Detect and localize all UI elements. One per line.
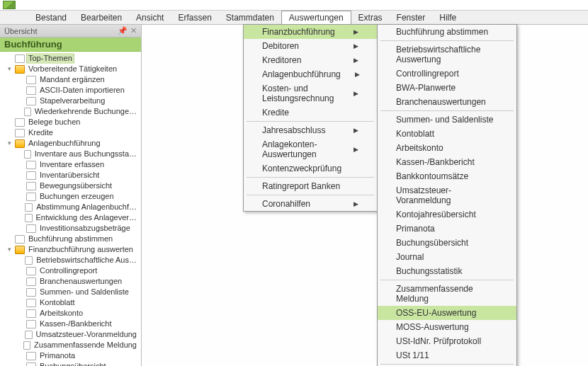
- menu-item-label: Kontojahresübersicht: [396, 210, 476, 219]
- submenu-item[interactable]: Buchungsstatistik: [378, 264, 516, 278]
- tree-item[interactable]: Belege buchen: [3, 117, 141, 127]
- submenu-item[interactable]: Buchungsübersicht: [378, 236, 516, 250]
- submenu-item[interactable]: Controllingreport: [378, 67, 516, 81]
- tree-item-label: Belege buchen: [27, 117, 81, 127]
- page-icon: [26, 171, 36, 180]
- menu-item[interactable]: Kredite: [244, 105, 377, 120]
- submenu-item[interactable]: Journal: [378, 250, 516, 264]
- menu-item-label: Primanota: [396, 224, 435, 234]
- tree-item[interactable]: Inventare aus Buchungssta…: [3, 149, 141, 159]
- tree-item[interactable]: Primanota: [3, 350, 141, 361]
- tree-item[interactable]: ASCII-Daten importieren: [3, 85, 141, 96]
- menu-item[interactable]: Kontenzweckprüfung: [244, 161, 377, 176]
- tree-item[interactable]: Abstimmung Anlagenbuchf…: [3, 202, 141, 212]
- tree-item-label: Stapelverarbeitung: [38, 96, 106, 106]
- submenu-item[interactable]: Arbeitskonto: [378, 141, 516, 155]
- menu-erfassen[interactable]: Erfassen: [171, 11, 218, 24]
- menu-ansicht[interactable]: Ansicht: [129, 11, 171, 24]
- tree-item[interactable]: Inventarübersicht: [3, 170, 141, 181]
- tree-item[interactable]: Summen- und Saldenliste: [3, 287, 141, 297]
- menu-item[interactable]: Jahresabschluss▶: [244, 123, 377, 137]
- tree-item[interactable]: Kassen-/Bankbericht: [3, 319, 141, 329]
- menu-item[interactable]: Debitoren▶: [244, 39, 377, 53]
- tree-item[interactable]: Stapelverarbeitung: [3, 96, 141, 106]
- tree-item[interactable]: Kontoblatt: [3, 297, 141, 308]
- tree-item-label: Kassen-/Bankbericht: [38, 319, 113, 329]
- page-icon: [26, 278, 36, 286]
- chevron-right-icon: ▶: [354, 28, 358, 35]
- tree-item[interactable]: Mandant ergänzen: [3, 74, 141, 85]
- tree-item[interactable]: Umsatzsteuer-Voranmeldung: [3, 329, 141, 340]
- menu-item-label: Buchführung abstimmen: [396, 27, 488, 37]
- menu-extras[interactable]: Extras: [351, 11, 390, 24]
- submenu-item[interactable]: BWA-Planwerte: [378, 81, 516, 95]
- page-icon: [15, 118, 25, 127]
- submenu-item[interactable]: USt 1/11: [378, 348, 516, 362]
- submenu-item[interactable]: Summen- und Saldenliste: [378, 113, 516, 127]
- menu-separator: [380, 110, 514, 111]
- tree-item[interactable]: Betriebswirtschaftliche Aus…: [3, 255, 141, 265]
- tree-item[interactable]: Buchungen erzeugen: [3, 191, 141, 202]
- tree-item[interactable]: ▾Vorbereitende Tätigkeiten: [3, 64, 141, 74]
- submenu-item[interactable]: Kontoblatt: [378, 127, 516, 141]
- submenu-item[interactable]: Umsatzsteuer-Voranmeldung: [378, 183, 516, 207]
- submenu-item[interactable]: USt-IdNr. Prüfprotokoll: [378, 334, 516, 348]
- menu-item[interactable]: Anlagenbuchführung▶: [244, 67, 377, 81]
- close-icon[interactable]: ✕: [130, 26, 137, 35]
- menu-stammdaten[interactable]: Stammdaten: [219, 11, 281, 24]
- expand-icon[interactable]: ▾: [6, 64, 13, 74]
- tree-item[interactable]: Branchenauswertungen: [3, 276, 141, 287]
- submenu-item[interactable]: OSS-EU-Auswertung: [378, 306, 516, 320]
- submenu-item[interactable]: Zusammenfassende Meldung: [378, 282, 516, 306]
- submenu-item[interactable]: Bankkontoumsätze: [378, 169, 516, 183]
- tree-item[interactable]: Bewegungsübersicht: [3, 181, 141, 191]
- page-icon: [26, 182, 36, 190]
- tree-item[interactable]: Top-Themen: [3, 53, 141, 64]
- page-icon: [25, 203, 33, 212]
- page-icon: [15, 55, 25, 63]
- tree-item[interactable]: Wiederkehrende Buchunge…: [3, 106, 141, 117]
- tree-item[interactable]: Investitionsabzugsbeträge: [3, 223, 141, 234]
- menu-item[interactable]: Finanzbuchführung▶: [244, 25, 377, 39]
- tree-item[interactable]: Buchführung abstimmen: [3, 234, 141, 244]
- menu-item[interactable]: Ratingreport Banken: [244, 179, 377, 193]
- menu-item[interactable]: Anlagekonten-Auswertungen▶: [244, 137, 377, 161]
- tree-item[interactable]: Entwicklung des Anlagever…: [3, 212, 141, 223]
- chevron-right-icon: ▶: [354, 146, 358, 153]
- tree-item[interactable]: Kredite: [3, 127, 141, 138]
- tree-item-label: Betriebswirtschaftliche Aus…: [35, 255, 138, 265]
- submenu-item[interactable]: MOSS-Auswertung: [378, 320, 516, 334]
- pin-icon[interactable]: 📌: [118, 26, 128, 35]
- menu-bestand[interactable]: Bestand: [28, 11, 74, 24]
- expand-icon[interactable]: ▾: [6, 138, 13, 149]
- tree-item-label: Investitionsabzugsbeträge: [38, 223, 132, 234]
- tree-item[interactable]: ▾Anlagenbuchführung: [3, 138, 141, 149]
- submenu-item[interactable]: Betriebswirtschaftliche Auswertung: [378, 42, 516, 67]
- tree-item-label: Finanzbuchführung auswerten: [27, 244, 135, 255]
- tree-item[interactable]: ▾Finanzbuchführung auswerten: [3, 244, 141, 255]
- submenu-item[interactable]: Kassen-/Bankbericht: [378, 155, 516, 169]
- tree-item[interactable]: Controllingreport: [3, 265, 141, 276]
- submenu-item[interactable]: Branchenauswertungen: [378, 95, 516, 109]
- submenu-item[interactable]: Primanota: [378, 222, 516, 236]
- tree-item[interactable]: Inventare erfassen: [3, 159, 141, 170]
- page-icon: [26, 309, 36, 318]
- expand-icon[interactable]: ▾: [6, 244, 13, 255]
- menu-item-label: Kosten- und Leistungsrechnung: [262, 84, 339, 103]
- menu-auswertungen[interactable]: Auswertungen: [281, 11, 351, 24]
- submenu-item[interactable]: Buchführung abstimmen: [378, 25, 516, 39]
- tree-item[interactable]: Arbeitskonto: [3, 308, 141, 319]
- submenu-item[interactable]: Kontojahresübersicht: [378, 207, 516, 222]
- menu-item[interactable]: Coronahilfen▶: [244, 197, 377, 211]
- tree-item[interactable]: Buchungsübersicht: [3, 361, 141, 366]
- menu-hilfe[interactable]: Hilfe: [432, 11, 463, 24]
- menu-item-label: Zusammenfassende Meldung: [396, 284, 498, 304]
- menu-item-label: Controllingreport: [396, 69, 459, 79]
- menu-item[interactable]: Kosten- und Leistungsrechnung▶: [244, 81, 377, 105]
- menu-item[interactable]: Kreditoren▶: [244, 53, 377, 67]
- page-icon: [15, 235, 25, 244]
- menu-fenster[interactable]: Fenster: [390, 11, 433, 24]
- tree-item[interactable]: Zusammenfassende Meldung: [3, 340, 141, 350]
- sidebar-title: Übersicht: [4, 27, 37, 35]
- menu-bearbeiten[interactable]: Bearbeiten: [74, 11, 129, 24]
